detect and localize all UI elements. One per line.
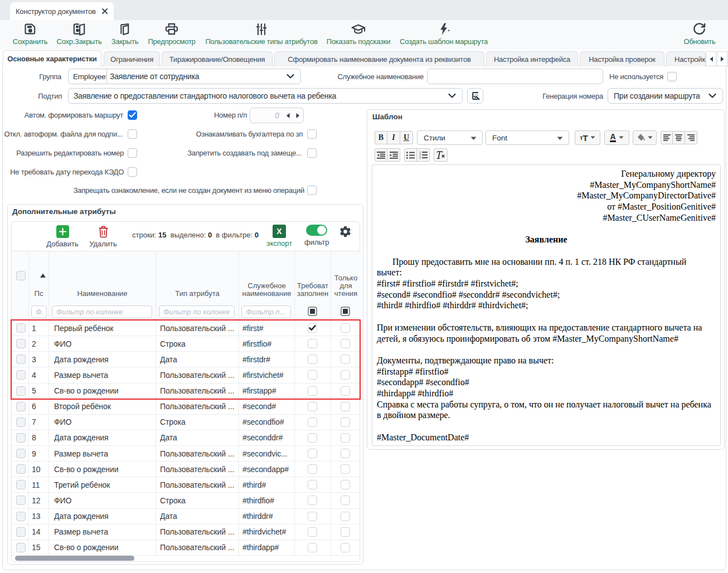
svg-text:3: 3 (419, 156, 421, 159)
